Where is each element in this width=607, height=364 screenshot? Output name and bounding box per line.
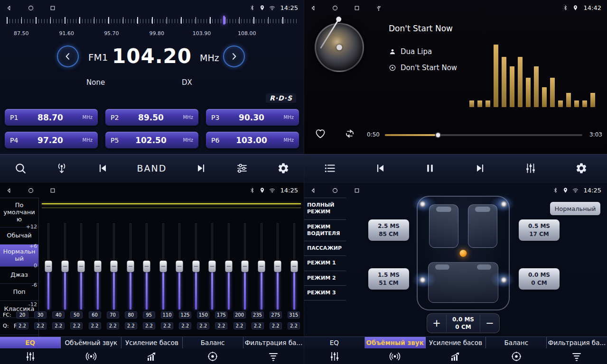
eq-slider-handle[interactable] (258, 261, 265, 272)
delay-rear-left[interactable]: 1.5 MS 51 CM (368, 268, 409, 290)
bass-boost-tab-icon[interactable] (425, 351, 486, 362)
recents-button[interactable] (49, 186, 56, 195)
eq-band-slider[interactable] (93, 223, 103, 309)
tune-up-button[interactable] (223, 46, 245, 67)
tab-bass-boost[interactable]: Усиление басов (121, 337, 182, 348)
settings-gear-button[interactable] (575, 162, 588, 174)
mode-full[interactable]: ПОЛНЫЙ РЕЖИМ (304, 198, 346, 220)
sound-preset-button[interactable]: Нормальный (550, 202, 600, 215)
tab-balance[interactable]: Баланс (486, 337, 547, 348)
repeat-button[interactable] (344, 128, 355, 139)
progress-bar[interactable] (385, 134, 582, 136)
delay-front-left[interactable]: 2.5 MS 85 CM (368, 219, 409, 241)
eq-band-slider[interactable] (273, 223, 282, 309)
tuning-indicator[interactable] (223, 16, 225, 25)
eq-slider-handle[interactable] (61, 261, 68, 272)
eq-slider-handle[interactable] (209, 261, 216, 272)
eq-slider-handle[interactable] (159, 261, 167, 272)
eq-slider-handle[interactable] (143, 261, 150, 272)
bass-boost-tab-icon[interactable] (121, 351, 182, 362)
progress-handle[interactable] (435, 132, 441, 138)
mode-2[interactable]: РЕЖИМ 2 (304, 271, 346, 286)
tune-down-button[interactable] (57, 46, 79, 67)
tab-surround-sound[interactable]: Объёмный звук (61, 337, 121, 348)
eq-slider-handle[interactable] (78, 261, 85, 272)
eq-slider-handle[interactable] (192, 261, 199, 272)
preset-button-p2[interactable]: P289.50MHz (105, 109, 198, 126)
back-button[interactable] (6, 186, 12, 195)
playlist-button[interactable] (324, 162, 336, 174)
preset-button-p3[interactable]: P390.30MHz (206, 109, 299, 126)
preset-button-p4[interactable]: P497.20MHz (5, 132, 98, 148)
eq-slider-handle[interactable] (242, 261, 249, 272)
mode-passenger[interactable]: ПАССАЖИР (304, 241, 346, 256)
back-button[interactable] (6, 3, 12, 12)
preset-button-p6[interactable]: P6103.00MHz (206, 132, 299, 148)
eq-band-slider[interactable] (109, 223, 119, 309)
balance-tab-icon[interactable] (486, 351, 547, 362)
delay-front-right[interactable]: 0.5 MS 17 CM (519, 219, 560, 241)
eq-slider-handle[interactable] (111, 261, 118, 272)
eq-band-slider[interactable] (175, 223, 184, 309)
eq-band-slider[interactable] (240, 223, 250, 309)
tab-eq[interactable]: EQ (304, 337, 365, 348)
delay-rear-right[interactable]: 0.0 MS 0 CM (519, 268, 560, 290)
recents-button[interactable] (354, 3, 360, 12)
tab-filter[interactable]: Фильтрация ба... (243, 337, 304, 348)
surround-tab-icon[interactable] (365, 351, 426, 362)
filter-tab-icon[interactable] (243, 351, 304, 362)
decrease-delay-button[interactable]: − (480, 318, 499, 328)
speaker-rear-left[interactable] (419, 276, 426, 283)
home-button[interactable] (332, 186, 338, 195)
eq-band-slider[interactable] (224, 223, 233, 309)
mode-driver[interactable]: РЕЖИМ ВОДИТЕЛЯ (304, 220, 346, 242)
tab-surround-sound[interactable]: Объёмный звук (365, 337, 426, 348)
back-button[interactable] (310, 3, 317, 12)
filter-tab-icon[interactable] (546, 351, 607, 362)
next-track-button[interactable] (475, 163, 486, 174)
tab-bass-boost[interactable]: Усиление басов (426, 337, 486, 348)
recents-button[interactable] (354, 186, 360, 195)
eq-band-slider[interactable] (207, 223, 217, 309)
home-button[interactable] (332, 3, 338, 12)
preset-button-p5[interactable]: P5102.50MHz (105, 132, 198, 148)
eq-band-slider[interactable] (289, 223, 299, 309)
frequency-scale[interactable] (7, 17, 297, 24)
prev-station-button[interactable] (97, 163, 108, 174)
eq-band-slider[interactable] (142, 223, 151, 309)
eq-band-slider[interactable] (126, 223, 135, 309)
settings-gear-button[interactable] (277, 162, 289, 174)
mode-1[interactable]: РЕЖИМ 1 (304, 256, 346, 271)
preset-button-p1[interactable]: P188.70MHz (5, 109, 98, 126)
increase-delay-button[interactable]: + (427, 318, 446, 328)
eq-band-slider[interactable] (76, 223, 86, 309)
tab-filter[interactable]: Фильтрация ба... (547, 337, 607, 348)
eq-preset-custom[interactable]: Обычай (0, 228, 38, 245)
eq-preset-default[interactable]: По умолчанию (0, 198, 38, 228)
eq-tab-icon[interactable] (0, 351, 61, 362)
eq-band-slider[interactable] (44, 223, 53, 309)
pause-button[interactable] (424, 163, 436, 174)
eq-slider-handle[interactable] (94, 261, 101, 272)
eq-band-slider[interactable] (257, 223, 266, 309)
speaker-front-right[interactable] (500, 200, 507, 208)
tab-eq[interactable]: EQ (0, 337, 61, 348)
eq-slider-handle[interactable] (176, 261, 183, 272)
speaker-rear-right[interactable] (500, 276, 507, 283)
eq-band-slider[interactable] (60, 223, 70, 309)
home-button[interactable] (28, 3, 34, 12)
speaker-front-left[interactable] (419, 200, 426, 208)
tune-settings-button[interactable] (236, 162, 248, 174)
band-switch-button[interactable]: BAND (137, 163, 167, 173)
eq-slider-handle[interactable] (127, 261, 134, 272)
prev-track-button[interactable] (374, 163, 386, 174)
eq-slider-handle[interactable] (290, 261, 298, 272)
eq-slider-handle[interactable] (225, 261, 232, 272)
mode-3[interactable]: РЕЖИМ 3 (304, 286, 346, 300)
mixer-button[interactable] (524, 162, 537, 174)
eq-band-slider[interactable] (191, 223, 201, 309)
eq-slider-handle[interactable] (274, 261, 281, 272)
eq-preset-jazz[interactable]: Джаз (0, 267, 38, 284)
tab-balance[interactable]: Баланс (183, 337, 243, 348)
eq-slider-handle[interactable] (45, 261, 52, 272)
